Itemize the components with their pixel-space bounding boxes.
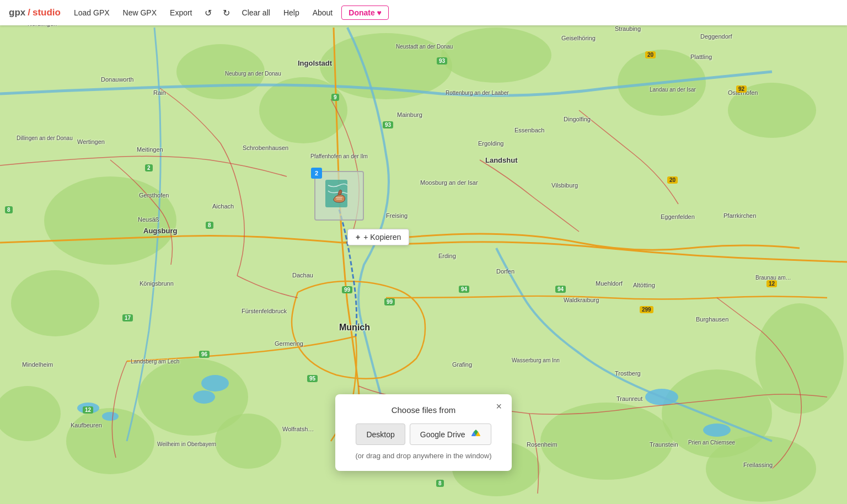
svg-point-10 bbox=[755, 303, 844, 414]
redo-button[interactable]: ↻ bbox=[219, 6, 233, 20]
kopieren-plus: + bbox=[356, 233, 360, 242]
desktop-button[interactable]: Desktop bbox=[356, 423, 405, 445]
modal-buttons: Desktop Google Drive bbox=[349, 423, 498, 445]
svg-point-24 bbox=[102, 412, 119, 421]
gpx-drag-icon[interactable]: 2 bbox=[314, 171, 364, 221]
about-button[interactable]: About bbox=[308, 6, 337, 19]
svg-point-20 bbox=[193, 390, 215, 404]
gdrive-label: Google Drive bbox=[420, 430, 465, 439]
logo-studio: studio bbox=[33, 7, 61, 18]
modal-close-button[interactable]: × bbox=[492, 399, 505, 415]
clear-all-button[interactable]: Clear all bbox=[238, 6, 275, 19]
export-button[interactable]: Export bbox=[165, 6, 196, 19]
donate-heart: ♥ bbox=[377, 8, 382, 17]
load-gpx-button[interactable]: Load GPX bbox=[69, 6, 114, 19]
svg-point-11 bbox=[706, 436, 816, 502]
svg-point-18 bbox=[176, 44, 265, 99]
kopieren-label: + Kopieren bbox=[363, 233, 401, 242]
svg-point-22 bbox=[703, 423, 731, 437]
donate-button[interactable]: Donate ♥ bbox=[341, 6, 389, 20]
kopieren-tooltip[interactable]: + + Kopieren bbox=[347, 229, 409, 245]
gpx-badge: 2 bbox=[311, 168, 322, 179]
logo-gpx: gpx bbox=[9, 7, 25, 18]
help-button[interactable]: Help bbox=[279, 6, 304, 19]
svg-point-15 bbox=[441, 28, 551, 83]
logo-slash: / bbox=[28, 7, 30, 18]
svg-point-19 bbox=[201, 375, 229, 392]
modal-title: Choose files from bbox=[349, 405, 498, 415]
svg-point-17 bbox=[728, 83, 816, 138]
gpx-icon-img bbox=[323, 177, 356, 215]
svg-point-2 bbox=[11, 270, 99, 336]
modal-hint: (or drag and drop anywhere in the window… bbox=[349, 452, 498, 460]
donate-label: Donate bbox=[349, 8, 374, 17]
svg-point-23 bbox=[77, 403, 99, 414]
navbar: gpx / studio Load GPX New GPX Export ↺ ↻… bbox=[0, 0, 847, 25]
svg-point-5 bbox=[215, 414, 281, 469]
gdrive-icon bbox=[471, 428, 481, 440]
file-chooser-modal: × Choose files from Desktop Google Drive bbox=[335, 394, 512, 471]
undo-button[interactable]: ↺ bbox=[201, 6, 215, 20]
logo: gpx / studio bbox=[9, 7, 61, 18]
google-drive-button[interactable]: Google Drive bbox=[410, 423, 491, 445]
new-gpx-button[interactable]: New GPX bbox=[119, 6, 161, 19]
